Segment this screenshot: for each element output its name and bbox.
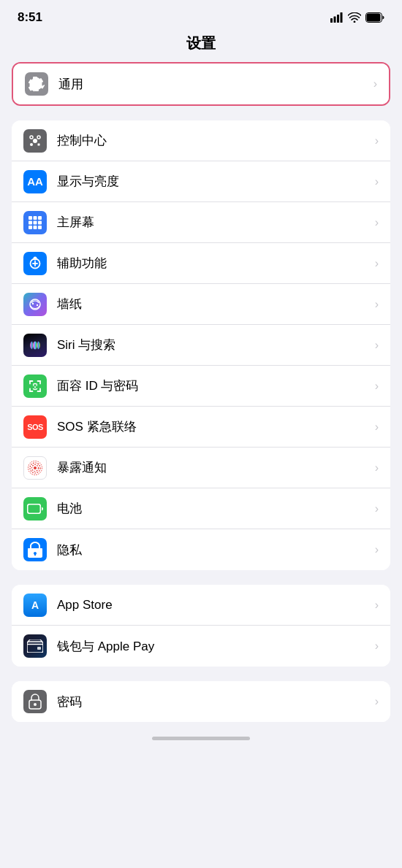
password-chevron: › [375, 695, 379, 708]
faceid-icon [23, 375, 47, 398]
svg-point-27 [33, 341, 37, 349]
status-icons [330, 12, 384, 23]
general-chevron: › [373, 77, 377, 91]
settings-group-1: 控制中心 › AA 显示与亮度 › 主屏幕 › [12, 120, 390, 570]
svg-point-29 [36, 385, 37, 386]
svg-point-7 [30, 136, 33, 139]
settings-item-wallpaper[interactable]: 墙纸 › [12, 284, 390, 325]
svg-text:A: A [31, 599, 39, 611]
privacy-label: 隐私 [57, 542, 369, 558]
svg-rect-19 [38, 226, 42, 229]
svg-rect-0 [330, 18, 333, 23]
settings-item-accessibility[interactable]: 辅助功能 › [12, 243, 390, 284]
svg-rect-3 [341, 12, 343, 23]
status-bar: 8:51 [0, 0, 402, 31]
display-icon: AA [23, 170, 47, 193]
exposure-chevron: › [375, 461, 379, 475]
privacy-chevron: › [375, 543, 379, 556]
svg-rect-18 [34, 226, 37, 229]
svg-point-6 [33, 139, 37, 143]
sos-chevron: › [375, 420, 379, 434]
settings-item-sos[interactable]: SOS SOS 紧急联络 › [12, 407, 390, 448]
battery-chevron: › [375, 502, 379, 515]
general-label: 通用 [58, 76, 368, 93]
accessibility-chevron: › [375, 257, 379, 270]
signal-icon [330, 12, 344, 23]
control-center-icon [23, 129, 47, 153]
svg-rect-1 [334, 17, 336, 23]
status-time: 8:51 [18, 10, 42, 25]
siri-chevron: › [375, 339, 379, 352]
battery-icon [365, 12, 384, 23]
display-chevron: › [375, 175, 379, 188]
home-screen-icon [23, 211, 47, 234]
appstore-label: App Store [57, 598, 369, 612]
settings-item-password[interactable]: 密码 › [12, 681, 390, 722]
svg-rect-14 [29, 220, 32, 224]
svg-rect-38 [37, 647, 41, 650]
wifi-icon [348, 12, 361, 23]
svg-rect-2 [337, 15, 339, 23]
svg-point-9 [30, 143, 33, 146]
settings-item-general[interactable]: 通用 › [13, 64, 389, 104]
settings-item-privacy[interactable]: 隐私 › [12, 529, 390, 570]
settings-item-control-center[interactable]: 控制中心 › [12, 120, 390, 161]
settings-item-wallet[interactable]: 钱包与 Apple Pay › [12, 626, 390, 667]
sos-icon: SOS [23, 415, 47, 439]
svg-rect-35 [29, 504, 40, 512]
siri-label: Siri 与搜索 [57, 337, 369, 353]
home-indicator [152, 737, 250, 740]
settings-item-display[interactable]: AA 显示与亮度 › [12, 161, 390, 202]
password-label: 密码 [57, 694, 369, 710]
battery-icon-settings [23, 497, 47, 521]
settings-item-home-screen[interactable]: 主屏幕 › [12, 202, 390, 243]
svg-rect-17 [29, 226, 32, 229]
settings-group-2: A App Store › 钱包与 Apple Pay › [12, 585, 390, 667]
home-screen-label: 主屏幕 [57, 214, 369, 231]
settings-item-appstore[interactable]: A App Store › [12, 585, 390, 626]
wallet-chevron: › [375, 640, 379, 653]
settings-group-3: 密码 › [12, 681, 390, 722]
wallpaper-chevron: › [375, 298, 379, 311]
svg-rect-11 [29, 216, 32, 220]
siri-icon [23, 334, 47, 357]
svg-rect-10 [38, 143, 40, 145]
exposure-label: 暴露通知 [57, 459, 369, 476]
svg-rect-13 [38, 216, 42, 220]
exposure-icon [23, 456, 47, 480]
accessibility-icon [23, 252, 47, 275]
wallpaper-label: 墙纸 [57, 296, 369, 312]
home-screen-chevron: › [375, 216, 379, 229]
gear-icon [25, 72, 48, 96]
settings-item-faceid[interactable]: 面容 ID 与密码 › [12, 366, 390, 407]
svg-rect-12 [34, 216, 37, 220]
svg-point-28 [33, 385, 34, 386]
svg-point-8 [37, 136, 40, 139]
wallet-label: 钱包与 Apple Pay [57, 638, 369, 655]
svg-point-26 [37, 304, 38, 305]
page-title: 设置 [0, 31, 402, 62]
appstore-chevron: › [375, 599, 379, 612]
settings-item-siri[interactable]: Siri 与搜索 › [12, 325, 390, 366]
control-center-chevron: › [375, 134, 379, 147]
appstore-icon: A [23, 594, 47, 617]
settings-item-battery[interactable]: 电池 › [12, 488, 390, 529]
accessibility-label: 辅助功能 [57, 255, 369, 272]
privacy-icon [23, 538, 47, 561]
svg-rect-16 [38, 220, 42, 224]
settings-item-exposure[interactable]: 暴露通知 › [12, 448, 390, 488]
battery-label: 电池 [57, 500, 369, 517]
control-center-label: 控制中心 [57, 132, 369, 149]
password-icon [23, 690, 47, 713]
highlighted-group: 通用 › [12, 62, 390, 106]
display-label: 显示与亮度 [57, 173, 369, 190]
wallet-icon [23, 634, 47, 658]
svg-rect-5 [367, 14, 381, 22]
svg-point-25 [32, 302, 34, 304]
faceid-label: 面容 ID 与密码 [57, 377, 369, 394]
svg-point-40 [34, 703, 37, 706]
svg-point-30 [34, 466, 37, 469]
sos-label: SOS 紧急联络 [57, 418, 369, 435]
svg-rect-15 [34, 220, 37, 224]
faceid-chevron: › [375, 380, 379, 393]
